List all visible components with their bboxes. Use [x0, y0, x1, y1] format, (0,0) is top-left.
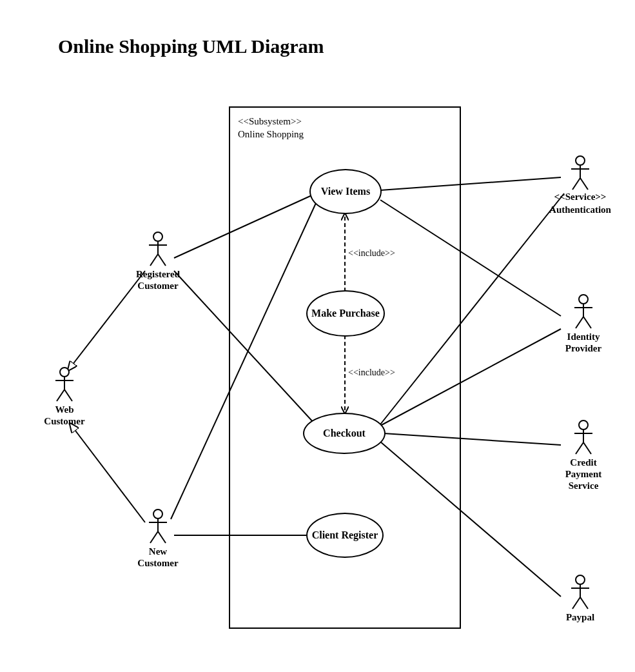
- svg-point-0: [60, 368, 69, 377]
- usecase-view-items-label: View Items: [321, 186, 370, 197]
- actor-authentication-stereo: <<Service>>: [538, 191, 622, 203]
- svg-point-5: [153, 232, 162, 241]
- usecase-checkout: Checkout: [303, 413, 386, 454]
- svg-point-25: [579, 420, 588, 430]
- svg-line-19: [580, 178, 588, 190]
- svg-point-30: [576, 575, 585, 584]
- stick-figure-icon: [146, 508, 170, 544]
- svg-line-9: [158, 254, 166, 266]
- stick-figure-icon: [572, 419, 595, 455]
- actor-credit-payment: CreditPaymentService: [551, 419, 616, 491]
- stick-figure-icon: [146, 231, 170, 267]
- svg-point-10: [153, 509, 162, 519]
- actor-authentication-label: Authentication: [538, 204, 622, 215]
- edge-viewitems-identity: [380, 200, 561, 316]
- actor-registered-customer-label: RegisteredCustomer: [126, 268, 190, 292]
- edge-new-viewitems: [171, 203, 316, 519]
- usecase-make-purchase-label: Make Purchase: [311, 308, 380, 319]
- edge-viewitems-auth: [380, 177, 561, 190]
- svg-point-20: [579, 295, 588, 304]
- usecase-make-purchase: Make Purchase: [306, 290, 385, 337]
- usecase-view-items: View Items: [309, 169, 382, 214]
- svg-line-33: [572, 597, 580, 609]
- stick-figure-icon: [569, 155, 592, 191]
- actor-web-customer-label: Web Customer: [35, 404, 93, 427]
- actor-web-customer: Web Customer: [35, 366, 93, 427]
- edge-checkout-identity: [380, 329, 561, 426]
- actor-new-customer: NewCustomer: [129, 508, 187, 569]
- actor-credit-payment-label: CreditPaymentService: [551, 457, 616, 491]
- usecase-client-register: Client Register: [306, 513, 384, 558]
- svg-line-3: [57, 390, 64, 401]
- svg-line-24: [583, 317, 591, 328]
- actor-new-customer-label: NewCustomer: [129, 546, 187, 569]
- actor-registered-customer: RegisteredCustomer: [126, 231, 190, 292]
- edge-checkout-paypal: [380, 442, 561, 597]
- edge-new-to-web: [70, 423, 145, 522]
- svg-line-4: [64, 390, 72, 401]
- svg-line-29: [583, 442, 591, 454]
- svg-line-18: [572, 178, 580, 190]
- actor-identity-provider-label: IdentityProvider: [551, 331, 616, 354]
- actor-paypal-label: Paypal: [551, 611, 609, 623]
- edge-checkout-auth: [380, 193, 564, 424]
- connections-layer: [0, 0, 635, 672]
- diagram-canvas: Online Shopping UML Diagram: [0, 0, 635, 672]
- usecase-client-register-label: Client Register: [312, 529, 378, 541]
- actor-paypal: Paypal: [551, 574, 609, 623]
- svg-line-14: [158, 531, 166, 543]
- stick-figure-icon: [569, 574, 592, 610]
- svg-line-28: [576, 442, 583, 454]
- include-label-1: <<include>>: [348, 248, 395, 259]
- svg-line-34: [580, 597, 588, 609]
- svg-line-23: [576, 317, 583, 328]
- usecase-checkout-label: Checkout: [323, 428, 366, 439]
- include-label-2: <<include>>: [348, 368, 395, 378]
- actor-identity-provider: IdentityProvider: [551, 293, 616, 354]
- actor-authentication: <<Service>> Authentication: [538, 155, 622, 215]
- stick-figure-icon: [53, 366, 76, 402]
- stick-figure-icon: [572, 293, 595, 330]
- svg-line-13: [150, 531, 158, 543]
- svg-point-15: [576, 156, 585, 165]
- edge-checkout-credit: [384, 433, 561, 445]
- svg-line-8: [150, 254, 158, 266]
